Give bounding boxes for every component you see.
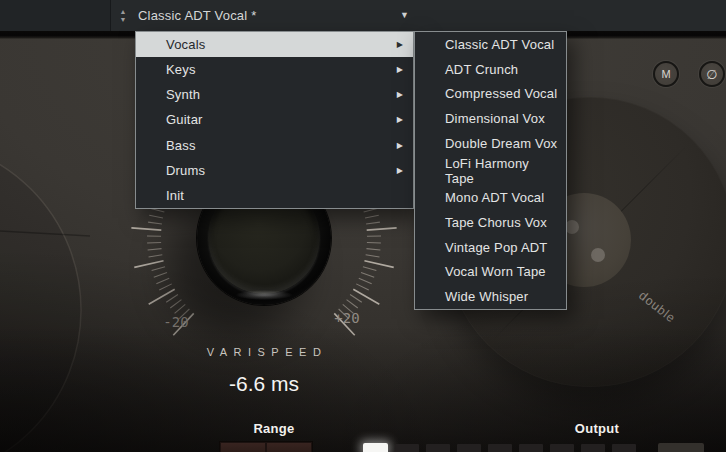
menu-item-init[interactable]: Init (136, 183, 413, 208)
submenu-item[interactable]: Dimensional Vox (415, 106, 566, 131)
lit-switch-button[interactable] (363, 443, 388, 452)
menu-item-synth[interactable]: Synth ▶ (136, 82, 413, 107)
chevron-down-icon: ▼ (400, 10, 409, 20)
meter-segment (426, 444, 450, 452)
vocals-preset-submenu: Classic ADT Vocal ADT Crunch Compressed … (414, 31, 567, 310)
preset-next-icon[interactable]: ▼ (120, 16, 127, 23)
preset-header-bar: ▲ ▼ Classic ADT Vocal * ▼ (0, 0, 726, 31)
menu-item-bass[interactable]: Bass ▶ (136, 133, 413, 158)
submenu-item[interactable]: LoFi Harmony Tape (415, 156, 566, 186)
submenu-item[interactable]: Vocal Worn Tape (415, 260, 566, 285)
meter-segment (488, 444, 512, 452)
reel-hub-dot (565, 220, 579, 234)
plugin-window: double -20 +20 VARISPEED -6.6 ms M ∅ Ran… (0, 0, 726, 452)
submenu-item[interactable]: ADT Crunch (415, 57, 566, 82)
preset-name: Classic ADT Vocal * (138, 8, 256, 23)
range-button-group (219, 441, 313, 452)
menu-item-drums[interactable]: Drums ▶ (136, 158, 413, 183)
mute-button[interactable]: M (653, 61, 679, 87)
phase-invert-button[interactable]: ∅ (699, 61, 725, 87)
submenu-arrow-icon: ▶ (397, 115, 403, 124)
submenu-arrow-icon: ▶ (397, 40, 403, 49)
preset-stepper: ▲ ▼ (113, 0, 133, 31)
range-section-label: Range (253, 421, 294, 436)
submenu-item[interactable]: Wide Whisper (415, 284, 566, 309)
varispeed-label: VARISPEED (207, 346, 328, 358)
meter-segment (581, 444, 605, 452)
range-button[interactable] (266, 442, 312, 452)
meter-segment (612, 444, 636, 452)
varispeed-value-readout[interactable]: -6.6 ms (229, 372, 299, 396)
left-reel-arc (0, 139, 81, 452)
output-section-label: Output (575, 421, 619, 436)
preset-prev-icon[interactable]: ▲ (120, 8, 127, 15)
preset-selector[interactable]: Classic ADT Vocal * ▼ (135, 0, 414, 31)
submenu-arrow-icon: ▶ (397, 141, 403, 150)
submenu-arrow-icon: ▶ (397, 90, 403, 99)
meter-segment (519, 444, 543, 452)
submenu-item[interactable]: Mono ADT Vocal (415, 186, 566, 211)
meter-segment (550, 444, 574, 452)
submenu-arrow-icon: ▶ (397, 65, 403, 74)
meter-segment (395, 444, 419, 452)
menu-item-keys[interactable]: Keys ▶ (136, 57, 413, 82)
submenu-item[interactable]: Vintage Pop ADT (415, 235, 566, 260)
submenu-arrow-icon: ▶ (397, 166, 403, 175)
preset-category-menu: Vocals ▶ Keys ▶ Synth ▶ Guitar ▶ Bass ▶ … (135, 31, 414, 209)
reel-hub-dot (591, 248, 605, 262)
range-button[interactable] (220, 442, 266, 452)
meter-segment (457, 444, 481, 452)
submenu-item[interactable]: Compressed Vocal (415, 81, 566, 106)
submenu-item[interactable]: Double Dream Vox (415, 131, 566, 156)
submenu-item[interactable]: Tape Chorus Vox (415, 210, 566, 235)
scale-min-label: -20 (163, 314, 188, 330)
menu-item-vocals[interactable]: Vocals ▶ (136, 32, 413, 57)
header-left-section (0, 0, 111, 31)
scale-max-label: +20 (334, 310, 359, 326)
submenu-item[interactable]: Classic ADT Vocal (415, 32, 566, 57)
output-control[interactable] (658, 443, 704, 452)
menu-item-guitar[interactable]: Guitar ▶ (136, 107, 413, 132)
